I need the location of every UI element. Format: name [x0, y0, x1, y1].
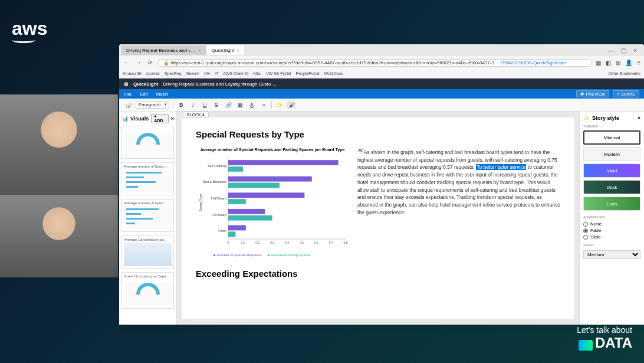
bookmark[interactable]: AmazonBi — [123, 71, 142, 76]
ai-badge: AI — [357, 148, 364, 152]
extension-icon[interactable]: ◧ — [606, 60, 611, 66]
other-bookmarks[interactable]: Other Bookmarks — [609, 71, 640, 76]
anim-none[interactable]: None — [583, 221, 640, 227]
anim-slide[interactable]: Slide — [583, 234, 640, 240]
color-icon[interactable]: A̲ — [248, 102, 256, 108]
bookmark[interactable]: WorkDocs — [324, 71, 343, 76]
svg-rect-13 — [228, 166, 243, 172]
share-button[interactable]: < SHARE — [613, 90, 639, 97]
bookmark[interactable]: 1% — [204, 71, 210, 76]
close-icon[interactable]: × — [198, 48, 201, 53]
link-icon[interactable]: 🔗 — [224, 102, 232, 108]
visual-thumb[interactable]: Average number of Speci… — [121, 199, 174, 232]
forward-icon[interactable]: → — [134, 60, 143, 66]
quicksight-brand: QuickSight — [133, 81, 158, 87]
chart-icon: 📊 — [121, 116, 128, 122]
maximize-icon[interactable]: ▢ — [621, 47, 626, 54]
address-bar-row: ← → ⟳ 🔒 https://us-east-1.quicksight.aws… — [119, 56, 644, 69]
event-brand: Let's talk about DATA — [577, 325, 632, 351]
visual-thumb[interactable]: Average number of Speci… — [121, 162, 174, 195]
sparkle-icon[interactable]: ✨ — [275, 102, 284, 108]
chart-icon[interactable]: 📊 — [124, 102, 132, 108]
bookmark[interactable]: Search — [186, 71, 199, 76]
close-icon[interactable]: × — [236, 48, 239, 53]
svg-text:0.8: 0.8 — [344, 241, 348, 244]
svg-rect-21 — [228, 209, 265, 214]
svg-text:Full Board: Full Board — [212, 213, 226, 217]
bookmark[interactable]: Kiku — [254, 71, 262, 76]
webcam-1 — [0, 94, 118, 195]
theme-modern[interactable]: Modern — [583, 147, 640, 161]
style-select[interactable]: Paragraph — [136, 101, 169, 109]
svg-rect-15 — [228, 176, 312, 182]
document-canvas[interactable]: BLOCK 4 Special Requests by Type Average… — [177, 112, 579, 325]
theme-dusk[interactable]: Dusk — [583, 180, 640, 194]
tab-1[interactable]: Driving Repeat Business and L…× — [121, 45, 206, 55]
chart-visual[interactable]: Average number of Special Requests and P… — [196, 148, 349, 257]
bookmark[interactable]: VW SA Portal — [266, 71, 291, 76]
url-text: https://us-east-1.quicksight.aws.amazon.… — [170, 60, 499, 66]
reload-icon[interactable]: ⟳ — [146, 60, 155, 66]
svg-rect-12 — [228, 160, 339, 165]
profile-icon[interactable]: 👤 — [625, 60, 632, 66]
menu-icon[interactable]: ≡ — [637, 60, 640, 66]
close-icon[interactable]: × — [633, 47, 637, 54]
menu-insert[interactable]: Insert — [156, 91, 168, 97]
theme-lush[interactable]: Lush — [583, 197, 640, 211]
svg-text:0.6: 0.6 — [314, 241, 318, 244]
visual-thumb[interactable]: Guest Occupancy vs Capa… — [121, 272, 174, 309]
document-title: Driving Repeat Business and Loyalty thro… — [163, 81, 277, 87]
image-icon[interactable]: ▦ — [236, 102, 244, 108]
url-suffix: 29542d21e206-QuickSightUser — [500, 60, 566, 66]
bookmark[interactable]: PeoplePortal — [296, 71, 320, 76]
visual-thumb[interactable]: Average Cancellations pe… — [121, 236, 174, 269]
brush-icon[interactable]: 🖌 — [287, 102, 295, 109]
block-indicator: BLOCK 4 — [183, 112, 209, 118]
lock-icon: 🔒 — [163, 60, 169, 66]
chart-title: Average number of Special Requests and P… — [196, 148, 349, 152]
tab-2[interactable]: QuickSight× — [207, 45, 244, 55]
section-label: THEMES — [583, 125, 640, 128]
svg-text:0.1: 0.1 — [241, 241, 245, 244]
section-label: ANIMATIONS — [583, 215, 640, 219]
strike-icon[interactable]: S̶ — [212, 102, 221, 108]
anim-fade[interactable]: Fade — [583, 228, 640, 233]
menu-file[interactable]: File — [124, 91, 132, 97]
theme-vivid[interactable]: Vivid — [583, 163, 640, 178]
bookmark[interactable]: AWS Draw IO — [223, 71, 248, 76]
italic-icon[interactable]: I — [189, 102, 197, 108]
svg-text:Board Type: Board Type — [199, 193, 202, 211]
underline-icon[interactable]: U — [201, 102, 209, 108]
visual-thumb[interactable] — [121, 126, 174, 159]
panel-title: Story style — [592, 115, 619, 121]
minimize-icon[interactable]: — — [608, 47, 614, 54]
theme-minimal[interactable]: Minimal — [583, 130, 640, 145]
tab-label: Driving Repeat Business and L… — [126, 48, 196, 53]
bookmark[interactable]: IT — [215, 71, 218, 76]
menu-edit[interactable]: Edit — [140, 91, 148, 97]
narrative-text[interactable]: AIAs shown in the graph, self-catering a… — [357, 148, 560, 257]
bookmark[interactable]: SpecReq — [165, 71, 182, 76]
preview-button[interactable]: ◉ PREVIEW — [576, 90, 609, 97]
tab-bar: Driving Repeat Business and L…× QuickSig… — [119, 44, 644, 56]
visuals-label: Visuals — [130, 116, 149, 122]
bold-icon[interactable]: B — [177, 102, 185, 108]
section-heading: Special Requests by Type — [196, 129, 560, 139]
back-icon[interactable]: ← — [123, 60, 131, 66]
list-icon[interactable]: ≡ — [259, 102, 268, 108]
close-icon[interactable]: × — [638, 115, 640, 121]
legend-2: Required Parking Spaces — [268, 253, 311, 257]
extension-icon[interactable]: ⊞ — [616, 60, 620, 66]
speed-select[interactable]: Medium — [583, 250, 640, 259]
sparkle-icon: ✨ — [583, 115, 590, 121]
bookmark[interactable]: cportes — [146, 71, 160, 76]
add-visual-button[interactable]: + ADD — [151, 114, 168, 123]
browser-window: Driving Repeat Business and L…× QuickSig… — [119, 44, 644, 325]
svg-text:0.5: 0.5 — [300, 241, 304, 244]
svg-text:Self Catering: Self Catering — [208, 164, 226, 168]
format-toolbar: 📊 Paragraph B I U S̶ 🔗 ▦ A̲ ≡ ✨ 🖌 — [119, 99, 644, 112]
quicksight-menu: File Edit Insert ◉ PREVIEW < SHARE — [119, 89, 644, 99]
extension-icon[interactable]: ▦ — [596, 60, 601, 66]
close-icon[interactable]: × — [171, 116, 174, 122]
url-input[interactable]: 🔒 https://us-east-1.quicksight.aws.amazo… — [158, 59, 592, 67]
